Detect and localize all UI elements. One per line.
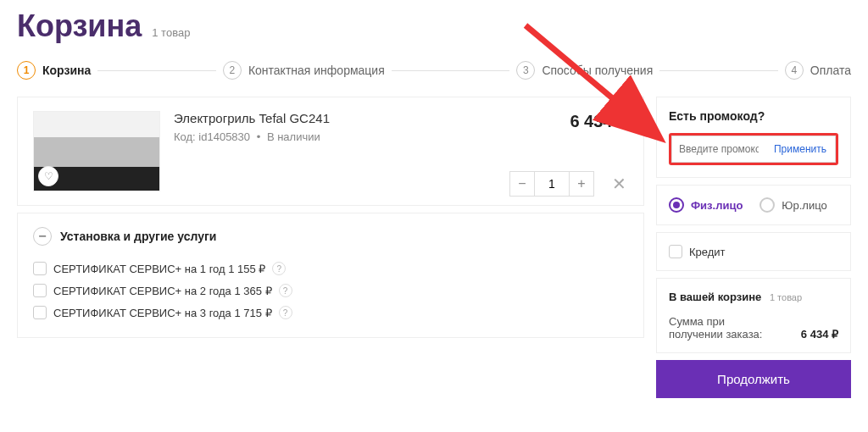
quantity-stepper: − + — [509, 171, 594, 197]
cart-item: ♡ Электрогриль Tefal GC241 Код: id140583… — [33, 111, 628, 191]
qty-input[interactable] — [535, 171, 569, 197]
customer-type-individual[interactable]: Физ.лицо — [669, 197, 743, 213]
collapse-services-button[interactable]: − — [33, 227, 52, 246]
remove-item-button[interactable]: ✕ — [609, 174, 628, 194]
service-label: СЕРТИФИКАТ СЕРВИС+ на 2 года 1 365 ₽ — [53, 285, 272, 297]
promo-apply-button[interactable]: Применить — [765, 136, 836, 163]
service-checkbox[interactable] — [33, 262, 47, 275]
service-checkbox[interactable] — [33, 306, 47, 319]
proceed-button[interactable]: Продолжить — [656, 360, 851, 398]
summary-total: 6 434 ₽ — [801, 328, 838, 341]
credit-checkbox[interactable] — [669, 245, 682, 258]
summary-heading: В вашей корзине 1 товар — [669, 291, 838, 303]
credit-label: Кредит — [689, 246, 726, 258]
cart-count: 1 товар — [152, 26, 190, 39]
qty-plus-button[interactable]: + — [569, 171, 594, 197]
promo-form: Применить — [669, 133, 838, 165]
checkout-stepper: 1 Корзина 2 Контактная информация 3 Спос… — [17, 61, 851, 80]
step-delivery[interactable]: 3 Способы получения — [516, 61, 653, 80]
services-heading: Установка и другие услуги — [60, 230, 216, 243]
service-checkbox[interactable] — [33, 284, 47, 297]
step-cart[interactable]: 1 Корзина — [17, 61, 91, 80]
qty-minus-button[interactable]: − — [509, 171, 535, 197]
wishlist-button[interactable]: ♡ — [38, 166, 58, 186]
product-image: ♡ — [33, 111, 160, 191]
promo-heading: Есть промокод? — [669, 109, 838, 123]
summary-label: Сумма при получении заказа: — [669, 315, 771, 341]
service-label: СЕРТИФИКАТ СЕРВИС+ на 3 года 1 715 ₽ — [53, 307, 272, 319]
product-name[interactable]: Электрогриль Tefal GC241 — [174, 111, 556, 125]
help-icon[interactable]: ? — [272, 262, 286, 275]
service-label: СЕРТИФИКАТ СЕРВИС+ на 1 год 1 155 ₽ — [53, 263, 265, 275]
step-payment[interactable]: 4 Оплата — [785, 61, 851, 80]
page-title: Корзина — [17, 8, 142, 44]
customer-type-business[interactable]: Юр.лицо — [760, 197, 826, 213]
help-icon[interactable]: ? — [279, 306, 292, 319]
promo-input[interactable] — [671, 136, 765, 163]
step-contact[interactable]: 2 Контактная информация — [223, 61, 385, 80]
product-code: Код: id1405830 — [174, 130, 250, 143]
help-icon[interactable]: ? — [279, 284, 292, 297]
product-stock: В наличии — [267, 130, 320, 143]
